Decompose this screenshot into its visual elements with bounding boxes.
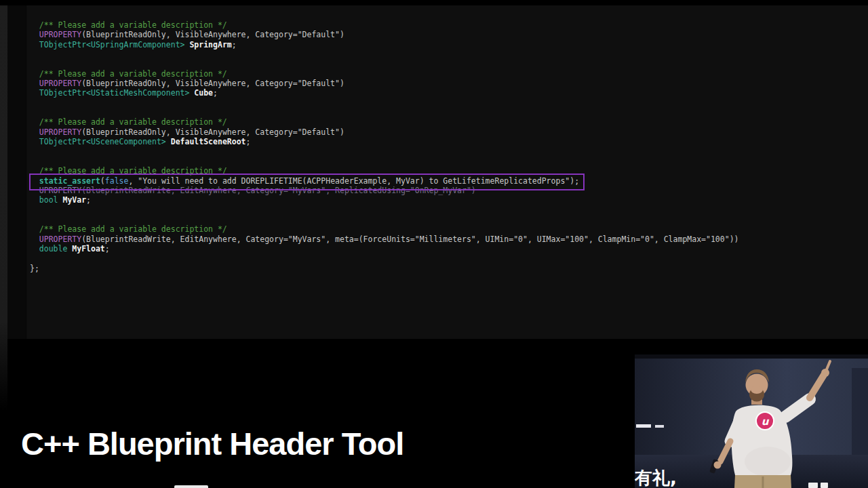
code-line: /** Please add a variable description */ <box>30 117 738 127</box>
presenter-video-inset: u 有礼, <box>635 354 868 488</box>
code-line: bool MyVar; <box>30 195 738 205</box>
stage-top-edge <box>635 354 868 359</box>
stage-right-shadow <box>852 368 868 456</box>
code-line: static_assert(false, "You will need to a… <box>30 176 738 186</box>
code-line: /** Please add a variable description */ <box>30 69 738 79</box>
unreal-logo-letter: u <box>762 415 770 428</box>
code-line <box>30 49 738 59</box>
code-line: TObjectPtr<USpringArmComponent> SpringAr… <box>30 40 738 49</box>
window-edge-strip <box>0 5 7 411</box>
code-line <box>30 253 738 263</box>
code-block: /** Please add a variable description */… <box>30 20 738 273</box>
tshirt-shading <box>745 447 791 476</box>
code-line <box>30 205 738 215</box>
code-line <box>30 215 738 224</box>
raised-hand <box>821 369 829 377</box>
code-line: UPROPERTY(BlueprintReadOnly, VisibleAnyw… <box>30 127 738 137</box>
code-line <box>30 98 738 108</box>
code-line: /** Please add a variable description */ <box>30 224 738 234</box>
code-line: /** Please add a variable description */ <box>30 20 738 30</box>
editor-gutter <box>7 5 26 339</box>
cutoff-caption-sliver <box>174 485 208 488</box>
code-line: TObjectPtr<USceneComponent> DefaultScene… <box>30 137 738 146</box>
code-line: }; <box>30 264 738 273</box>
code-line: double MyFloat; <box>30 244 738 253</box>
code-line <box>30 146 738 156</box>
chinese-caption: 有礼, <box>635 468 677 488</box>
code-line: UPROPERTY(BlueprintReadWrite, EditAnywhe… <box>30 235 738 244</box>
face <box>751 386 763 394</box>
unreal-logo: u <box>756 412 774 430</box>
code-line: UPROPERTY(BlueprintReadOnly, VisibleAnyw… <box>30 30 738 39</box>
code-line: TObjectPtr<UStaticMeshComponent> Cube; <box>30 88 738 98</box>
code-line: UPROPERTY(BlueprintReadOnly, VisibleAnyw… <box>30 79 738 88</box>
presenter-scene: u 有礼, <box>635 354 868 488</box>
code-line: UPROPERTY(BlueprintReadWrite, EditAnywhe… <box>30 186 738 195</box>
video-title: C++ Blueprint Header Tool <box>21 425 403 462</box>
code-line <box>30 108 738 117</box>
code-line <box>30 157 738 166</box>
code-line <box>30 59 738 68</box>
code-line: /** Please add a variable description */ <box>30 166 738 176</box>
lowered-hand <box>714 462 722 469</box>
